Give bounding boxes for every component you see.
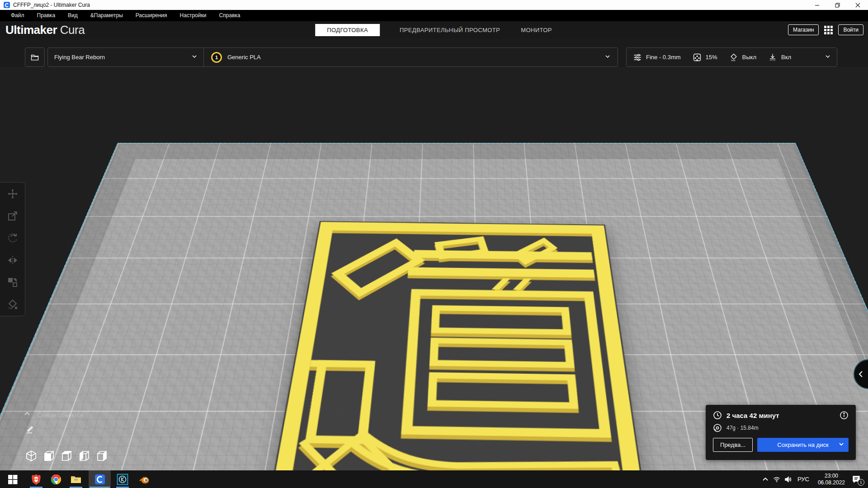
menu-file[interactable]: Файл — [5, 10, 31, 21]
taskbar-chrome[interactable] — [46, 470, 66, 488]
support-icon — [729, 53, 738, 62]
support-blocker-button[interactable] — [7, 299, 19, 310]
wifi-icon[interactable] — [773, 476, 780, 483]
object-list-toggle[interactable]: Список объектов — [24, 410, 83, 419]
taskbar-kompas[interactable] — [113, 470, 132, 488]
app-header: Ultimaker Cura ПОДГОТОВКА ПРЕДВАРИТЕЛЬНЫ… — [0, 21, 868, 38]
notification-badge: 1 — [858, 479, 864, 486]
chevron-down-icon[interactable] — [825, 54, 830, 61]
menu-preferences[interactable]: Настройки — [174, 10, 213, 21]
save-to-disk-button[interactable]: Сохранить на диск — [757, 438, 849, 452]
view-top-button[interactable] — [61, 450, 72, 462]
taskbar-blender[interactable] — [134, 470, 154, 488]
taskbar-cura-active[interactable] — [89, 470, 111, 488]
menu-extensions[interactable]: Расширения — [129, 10, 174, 21]
window-titlebar: CFFFP_лицо2 - Ultimaker Cura — [0, 0, 868, 10]
tab-prepare[interactable]: ПОДГОТОВКА — [315, 24, 380, 36]
menu-view[interactable]: Вид — [61, 10, 84, 21]
system-tray: РУС 23:00 06.08.2022 1 — [762, 473, 868, 486]
rotate-tool-button[interactable] — [7, 232, 19, 244]
view-right-button[interactable] — [96, 450, 108, 462]
app-logo: Ultimaker Cura — [5, 23, 85, 37]
move-tool-button[interactable] — [7, 188, 19, 200]
material-name: Generic PLA — [227, 54, 261, 61]
view-front-button[interactable] — [43, 450, 55, 462]
infill-value: 15% — [706, 54, 717, 61]
menu-bar: Файл Правка Вид &Параметры Расширения На… — [0, 10, 868, 21]
window-controls — [807, 0, 868, 10]
printer-selector[interactable]: Flying Bear Reborn — [48, 48, 203, 66]
printer-material-panel: Flying Bear Reborn 1 Generic PLA — [47, 47, 618, 67]
sign-in-button[interactable]: Войти — [838, 24, 863, 35]
info-icon[interactable] — [840, 411, 849, 420]
volume-icon[interactable] — [784, 476, 792, 483]
scene-viewport[interactable]: Список объектов — [0, 67, 868, 470]
chrome-icon — [50, 474, 62, 485]
material-usage: 47g · 15.84m — [726, 425, 759, 431]
tray-expand-icon[interactable] — [762, 476, 769, 483]
windows-taskbar: РУС 23:00 06.08.2022 1 — [0, 470, 868, 488]
chevron-up-icon — [24, 410, 31, 419]
menu-settings-params[interactable]: &Параметры — [84, 10, 129, 21]
action-center-button[interactable]: 1 — [852, 475, 865, 484]
menu-help[interactable]: Справка — [212, 10, 246, 21]
scale-tool-button[interactable] — [7, 210, 19, 222]
start-button[interactable] — [3, 470, 23, 488]
printer-name: Flying Bear Reborn — [54, 54, 105, 61]
adhesion-icon — [768, 53, 777, 62]
minimize-button[interactable] — [807, 0, 827, 10]
logo-ultimaker: Ultimaker — [5, 23, 57, 37]
adhesion-setting: Вкл — [768, 53, 791, 62]
model-dao-plate[interactable] — [268, 220, 648, 470]
open-file-button[interactable] — [25, 47, 45, 67]
language-indicator[interactable]: РУС — [796, 476, 811, 483]
clock-icon — [713, 411, 722, 420]
print-settings-panel[interactable]: Fine - 0.3mm 15% Выкл — [626, 47, 837, 67]
view-3d-button[interactable] — [25, 450, 37, 462]
per-model-settings-button[interactable] — [7, 277, 19, 288]
window-title: CFFFP_лицо2 - Ultimaker Cura — [13, 2, 90, 8]
profile-setting: Fine - 0.3mm — [633, 53, 681, 62]
cura-icon — [94, 474, 106, 485]
tab-preview[interactable]: ПРЕДВАРИТЕЛЬНЫЙ ПРОСМОТР — [399, 24, 501, 36]
taskbar-file-explorer[interactable] — [66, 470, 86, 488]
windows-logo-icon — [7, 474, 19, 485]
support-value: Выкл — [742, 54, 756, 61]
view-left-button[interactable] — [78, 450, 90, 462]
chevron-down-icon — [839, 441, 844, 448]
camera-view-buttons — [25, 450, 108, 462]
scene-tools-panel — [0, 182, 25, 316]
menu-edit[interactable]: Правка — [31, 10, 62, 21]
chevron-left-icon — [857, 371, 864, 378]
material-selector[interactable]: 1 Generic PLA — [204, 48, 618, 66]
infill-icon — [693, 53, 702, 62]
infill-setting: 15% — [693, 53, 717, 62]
preview-button[interactable]: Предва... — [713, 438, 753, 452]
folder-icon — [30, 53, 39, 62]
logo-cura: Cura — [60, 23, 85, 37]
mirror-tool-button[interactable] — [7, 254, 19, 266]
tray-time: 23:00 — [818, 473, 845, 479]
restore-button[interactable] — [827, 0, 848, 10]
support-setting: Выкл — [729, 53, 756, 62]
chevron-down-icon — [605, 54, 610, 61]
applications-grid-icon[interactable] — [824, 26, 833, 34]
extruder-1-badge: 1 — [211, 52, 222, 63]
spool-icon — [713, 423, 722, 432]
taskbar-brave[interactable] — [26, 470, 46, 488]
blender-icon — [138, 474, 150, 485]
brave-icon — [30, 474, 42, 485]
tray-date: 06.08.2022 — [818, 479, 845, 486]
close-button[interactable] — [848, 0, 868, 10]
tab-monitor[interactable]: МОНИТОР — [520, 24, 553, 36]
marker-pencil-icon[interactable] — [25, 425, 34, 436]
object-list-label: Список объектов — [37, 412, 83, 418]
print-time: 2 часа 42 минут — [726, 412, 779, 419]
cura-app-icon — [4, 2, 10, 8]
file-explorer-icon — [70, 474, 82, 485]
marketplace-button[interactable]: Магазин — [788, 24, 819, 35]
configuration-toolbar: Flying Bear Reborn 1 Generic PLA Fine - … — [0, 38, 868, 67]
clock[interactable]: 23:00 06.08.2022 — [815, 473, 848, 486]
stage-tabs: ПОДГОТОВКА ПРЕДВАРИТЕЛЬНЫЙ ПРОСМОТР МОНИ… — [315, 24, 553, 36]
chevron-down-icon — [192, 54, 197, 61]
